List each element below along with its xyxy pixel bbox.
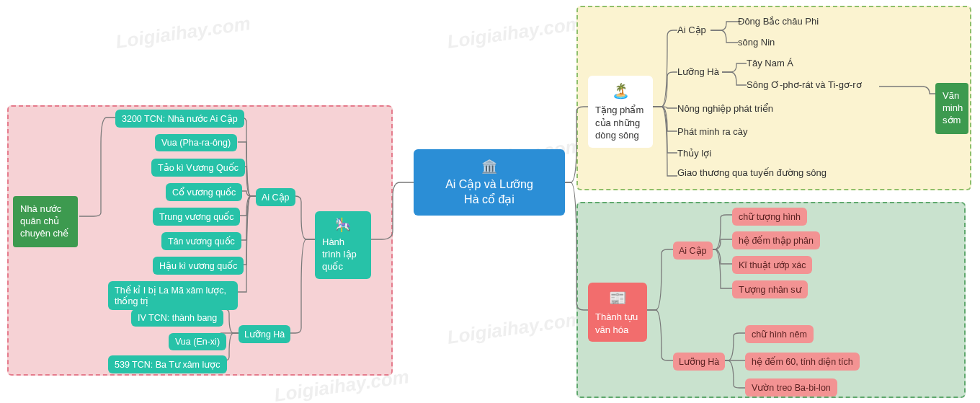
tr-aicap-1: sông Nin [738,37,775,48]
center-title-line2: Hà cổ đại [464,192,514,206]
card-culture-title: Thành tựu văn hóa [595,311,640,336]
watermark: Loigiaihay.com [446,12,584,53]
tr-extra-3: Giao thương qua tuyến đường sông [677,167,829,178]
center-topic: 🏛️ Ai Cập và Lưỡng Hà cổ đại [414,149,565,216]
badge-early-civ: Văn minh sớm [935,83,968,134]
chip-aicap-5: Tân vương quốc [161,232,241,250]
badge-monarchy: Nhà nước quân chủ chuyên chế [13,196,78,247]
tr-aicap-label: Ai Cập [677,25,706,35]
chip-luongha-0: IV TCN: thành bang [131,309,223,327]
tr-luongha-0: Tây Nam Á [747,58,793,68]
card-culture: 📰 Thành tựu văn hóa [588,283,647,342]
card-journey-title: Hành trình lập quốc [322,236,364,273]
tr-luongha-1: Sông Ơ-phơ-rát và Ti-gơ-rơ [747,79,862,90]
tr-luongha-label: Lưỡng Hà [677,66,719,77]
watermark: Loigiaihay.com [446,308,584,349]
chip-aicap-6: Hậu kì vương quốc [153,257,244,275]
br-aicap-label: Ai Cập [673,242,713,260]
chip-aicap-4: Trung vương quốc [153,208,240,226]
chip-aicap-0: 3200 TCN: Nhà nước Ai Cập [115,110,244,128]
newspaper-icon: 📰 [609,288,627,308]
card-rivers-title: Tặng phẩm của những dòng sông [595,104,646,142]
chip-luongha-1: Vua (En-xi) [169,333,226,350]
watermark: Loigiaihay.com [115,12,252,53]
chip-aicap-7: Thế kỉ I bị La Mã xâm lược, thống trị [108,281,238,310]
palm-icon: 🏝️ [612,81,630,101]
br-aicap-1: hệ đếm thập phân [732,231,820,249]
card-rivers: 🏝️ Tặng phẩm của những dòng sông [588,76,653,148]
tr-extra-1: Phát minh ra cày [677,126,748,137]
sub-aicap-left: Ai Cập [256,188,295,206]
sub-luongha-left: Lưỡng Hà [239,325,290,343]
br-luongha-label: Lưỡng Hà [673,353,725,371]
br-aicap-2: Kĩ thuật ướp xác [732,256,812,274]
chip-aicap-1: Vua (Pha-ra-ông) [155,134,237,151]
br-aicap-3: Tượng nhân sư [732,280,808,298]
br-aicap-0: chữ tượng hình [732,208,807,226]
castle-icon: 🏛️ [481,159,497,174]
chip-luongha-2: 539 TCN: Ba Tư xâm lược [108,355,227,373]
carousel-icon: 🎠 [335,217,351,234]
tr-aicap-0: Đông Bắc châu Phi [738,16,819,27]
chip-aicap-2: Tảo kì Vương Quốc [151,159,245,177]
br-luongha-2: Vườn treo Ba-bi-lon [745,378,837,397]
chip-aicap-3: Cổ vương quốc [166,183,242,201]
card-journey: 🎠 Hành trình lập quốc [315,211,371,279]
tr-extra-0: Nông nghiệp phát triển [677,103,773,114]
tr-extra-2: Thủy lợi [677,148,711,159]
br-luongha-0: chữ hình nêm [745,325,814,343]
center-title-line1: Ai Cập và Lưỡng [445,177,533,191]
br-luongha-1: hệ đếm 60, tính diện tích [745,353,860,371]
